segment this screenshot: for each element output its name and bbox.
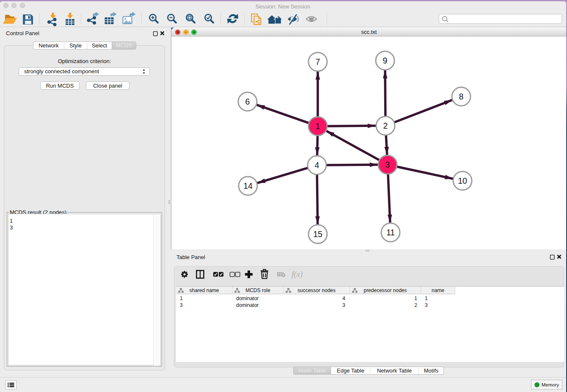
svg-text:2: 2 — [383, 121, 388, 130]
svg-text:9: 9 — [383, 56, 388, 65]
svg-text:14: 14 — [243, 181, 253, 190]
svg-text:11: 11 — [386, 228, 395, 237]
svg-text:7: 7 — [316, 57, 320, 66]
svg-text:10: 10 — [458, 176, 467, 185]
svg-text:4: 4 — [315, 160, 319, 170]
svg-text:1: 1 — [316, 121, 320, 131]
svg-text:f(x): f(x) — [292, 270, 303, 279]
svg-text:3: 3 — [385, 160, 390, 169]
svg-text:6: 6 — [245, 97, 250, 106]
svg-text:8: 8 — [459, 92, 464, 101]
svg-text:15: 15 — [313, 229, 322, 239]
